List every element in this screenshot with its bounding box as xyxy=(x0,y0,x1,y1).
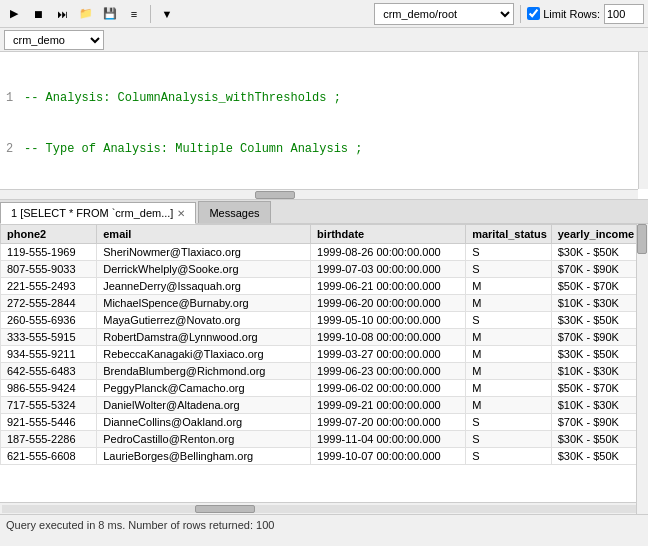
cell-yearly_income: $10K - $30K xyxy=(551,295,647,312)
cell-yearly_income: $70K - $90K xyxy=(551,329,647,346)
table-row[interactable]: 717-555-5324DanielWolter@Altadena.org199… xyxy=(1,397,648,414)
run-button[interactable]: ▶ xyxy=(4,4,24,24)
tab-messages-label: Messages xyxy=(209,207,259,219)
table-row[interactable]: 807-555-9033DerrickWhelply@Sooke.org1999… xyxy=(1,261,648,278)
tab-results[interactable]: 1 [SELECT * FROM `crm_dem...] ✕ xyxy=(0,202,196,224)
results-table: phone2 email birthdate marital_status ye… xyxy=(0,224,648,465)
col-header-phone2[interactable]: phone2 xyxy=(1,225,97,244)
stop-button[interactable]: ⏹ xyxy=(28,4,48,24)
cell-marital_status: M xyxy=(466,329,552,346)
sql-hscrollbar[interactable] xyxy=(0,189,638,199)
cell-marital_status: M xyxy=(466,346,552,363)
cell-email: RobertDamstra@Lynnwood.org xyxy=(97,329,311,346)
cell-marital_status: M xyxy=(466,278,552,295)
connection-select[interactable]: crm_demo/root xyxy=(374,3,514,25)
cell-marital_status: S xyxy=(466,448,552,465)
table-header-row: phone2 email birthdate marital_status ye… xyxy=(1,225,648,244)
cell-yearly_income: $10K - $30K xyxy=(551,363,647,380)
cell-marital_status: M xyxy=(466,363,552,380)
sql-line-1: 1 -- Analysis: ColumnAnalysis_withThresh… xyxy=(6,90,642,107)
cell-phone2: 986-555-9424 xyxy=(1,380,97,397)
table-row[interactable]: 621-555-6608LaurieBorges@Bellingham.org1… xyxy=(1,448,648,465)
results-vscrollbar-thumb[interactable] xyxy=(637,224,647,254)
cell-birthdate: 1999-06-23 00:00:00.000 xyxy=(311,363,466,380)
cell-marital_status: S xyxy=(466,244,552,261)
cell-email: JeanneDerry@Issaquah.org xyxy=(97,278,311,295)
open-button[interactable]: 📁 xyxy=(76,4,96,24)
col-header-email[interactable]: email xyxy=(97,225,311,244)
cell-birthdate: 1999-05-10 00:00:00.000 xyxy=(311,312,466,329)
table-row[interactable]: 272-555-2844MichaelSpence@Burnaby.org199… xyxy=(1,295,648,312)
cell-phone2: 921-555-5446 xyxy=(1,414,97,431)
cell-birthdate: 1999-06-20 00:00:00.000 xyxy=(311,295,466,312)
cell-birthdate: 1999-10-08 00:00:00.000 xyxy=(311,329,466,346)
cell-email: DanielWolter@Altadena.org xyxy=(97,397,311,414)
sql-vscrollbar[interactable] xyxy=(638,52,648,189)
results-body: 119-555-1969SheriNowmer@Tlaxiaco.org1999… xyxy=(1,244,648,465)
cell-marital_status: M xyxy=(466,295,552,312)
cell-birthdate: 1999-08-26 00:00:00.000 xyxy=(311,244,466,261)
results-hscrollbar[interactable] xyxy=(0,502,648,514)
limit-rows-checkbox[interactable] xyxy=(527,7,540,20)
limit-rows-input[interactable] xyxy=(604,4,644,24)
schema-select[interactable]: crm_demo xyxy=(4,30,104,50)
cell-email: PeggyPlanck@Camacho.org xyxy=(97,380,311,397)
table-row[interactable]: 333-555-5915RobertDamstra@Lynnwood.org19… xyxy=(1,329,648,346)
table-row[interactable]: 221-555-2493JeanneDerry@Issaquah.org1999… xyxy=(1,278,648,295)
save-button[interactable]: 💾 xyxy=(100,4,120,24)
cell-marital_status: S xyxy=(466,261,552,278)
dropdown-button[interactable]: ▼ xyxy=(157,4,177,24)
sql-hscrollbar-thumb[interactable] xyxy=(255,191,295,199)
cell-yearly_income: $50K - $70K xyxy=(551,380,647,397)
results-container: phone2 email birthdate marital_status ye… xyxy=(0,224,648,514)
cell-phone2: 221-555-2493 xyxy=(1,278,97,295)
results-hscrollbar-track xyxy=(2,505,646,513)
cell-yearly_income: $30K - $50K xyxy=(551,431,647,448)
cell-email: PedroCastillo@Renton.org xyxy=(97,431,311,448)
cell-yearly_income: $30K - $50K xyxy=(551,448,647,465)
cell-birthdate: 1999-09-21 00:00:00.000 xyxy=(311,397,466,414)
tab-messages[interactable]: Messages xyxy=(198,201,270,223)
cell-phone2: 187-555-2286 xyxy=(1,431,97,448)
cell-phone2: 717-555-5324 xyxy=(1,397,97,414)
cell-email: MayaGutierrez@Novato.org xyxy=(97,312,311,329)
col-header-birthdate[interactable]: birthdate xyxy=(311,225,466,244)
cell-yearly_income: $30K - $50K xyxy=(551,346,647,363)
results-vscrollbar[interactable] xyxy=(636,224,648,514)
table-row[interactable]: 986-555-9424PeggyPlanck@Camacho.org1999-… xyxy=(1,380,648,397)
tab-results-close[interactable]: ✕ xyxy=(177,208,185,219)
cell-yearly_income: $30K - $50K xyxy=(551,244,647,261)
table-row[interactable]: 119-555-1969SheriNowmer@Tlaxiaco.org1999… xyxy=(1,244,648,261)
cell-yearly_income: $70K - $90K xyxy=(551,261,647,278)
cell-birthdate: 1999-03-27 00:00:00.000 xyxy=(311,346,466,363)
col-header-yearly-income[interactable]: yearly_income xyxy=(551,225,647,244)
table-row[interactable]: 260-555-6936MayaGutierrez@Novato.org1999… xyxy=(1,312,648,329)
cell-birthdate: 1999-11-04 00:00:00.000 xyxy=(311,431,466,448)
cell-yearly_income: $30K - $50K xyxy=(551,312,647,329)
cell-phone2: 260-555-6936 xyxy=(1,312,97,329)
table-row[interactable]: 921-555-5446DianneCollins@Oakland.org199… xyxy=(1,414,648,431)
table-row[interactable]: 642-555-6483BrendaBlumberg@Richmond.org1… xyxy=(1,363,648,380)
cell-phone2: 119-555-1969 xyxy=(1,244,97,261)
cell-birthdate: 1999-07-20 00:00:00.000 xyxy=(311,414,466,431)
format-button[interactable]: ≡ xyxy=(124,4,144,24)
cell-email: SheriNowmer@Tlaxiaco.org xyxy=(97,244,311,261)
sql-line-2: 2 -- Type of Analysis: Multiple Column A… xyxy=(6,141,642,158)
cell-email: MichaelSpence@Burnaby.org xyxy=(97,295,311,312)
sql-editor[interactable]: 1 -- Analysis: ColumnAnalysis_withThresh… xyxy=(0,52,648,200)
cell-marital_status: M xyxy=(466,397,552,414)
cell-birthdate: 1999-10-07 00:00:00.000 xyxy=(311,448,466,465)
status-text: Query executed in 8 ms. Number of rows r… xyxy=(6,519,274,531)
cell-email: DerrickWhelply@Sooke.org xyxy=(97,261,311,278)
cell-phone2: 621-555-6608 xyxy=(1,448,97,465)
toolbar: ▶ ⏹ ⏭ 📁 💾 ≡ ▼ crm_demo/root Limit Rows: xyxy=(0,0,648,28)
cell-phone2: 807-555-9033 xyxy=(1,261,97,278)
tabs-bar: 1 [SELECT * FROM `crm_dem...] ✕ Messages xyxy=(0,200,648,224)
results-hscrollbar-thumb[interactable] xyxy=(195,505,255,513)
col-header-marital-status[interactable]: marital_status xyxy=(466,225,552,244)
table-row[interactable]: 187-555-2286PedroCastillo@Renton.org1999… xyxy=(1,431,648,448)
cell-marital_status: M xyxy=(466,380,552,397)
table-row[interactable]: 934-555-9211RebeccaKanagaki@Tlaxiaco.org… xyxy=(1,346,648,363)
results-table-wrapper[interactable]: phone2 email birthdate marital_status ye… xyxy=(0,224,648,502)
step-button[interactable]: ⏭ xyxy=(52,4,72,24)
